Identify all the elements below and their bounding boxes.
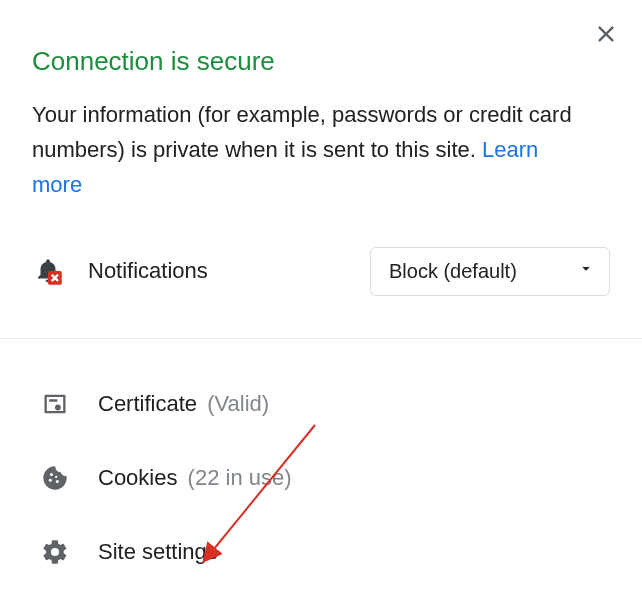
cookies-row[interactable]: Cookies (22 in use) <box>32 441 610 515</box>
gear-icon <box>40 537 70 567</box>
connection-description: Your information (for example, passwords… <box>32 97 592 203</box>
bell-blocked-icon <box>32 255 64 287</box>
svg-point-4 <box>49 478 52 481</box>
certificate-row[interactable]: Certificate (Valid) <box>32 367 610 441</box>
site-settings-label: Site settings <box>98 539 218 565</box>
certificate-label: Certificate (Valid) <box>98 391 269 417</box>
chevron-down-icon <box>577 260 595 283</box>
permission-select[interactable]: Block (default) <box>370 247 610 296</box>
page-title: Connection is secure <box>32 46 610 77</box>
close-icon <box>595 23 617 49</box>
site-settings-row[interactable]: Site settings <box>32 515 610 589</box>
permission-select-value: Block (default) <box>389 260 517 283</box>
cookies-count: (22 in use) <box>188 465 292 490</box>
svg-point-6 <box>55 475 57 477</box>
certificate-status: (Valid) <box>207 391 269 416</box>
permission-label: Notifications <box>88 258 346 284</box>
close-button[interactable] <box>590 20 622 52</box>
svg-point-3 <box>50 473 53 476</box>
cookie-icon <box>40 463 70 493</box>
svg-point-5 <box>56 480 59 483</box>
permission-row-notifications: Notifications Block (default) <box>32 247 610 296</box>
cookies-label: Cookies (22 in use) <box>98 465 292 491</box>
certificate-icon <box>40 389 70 419</box>
